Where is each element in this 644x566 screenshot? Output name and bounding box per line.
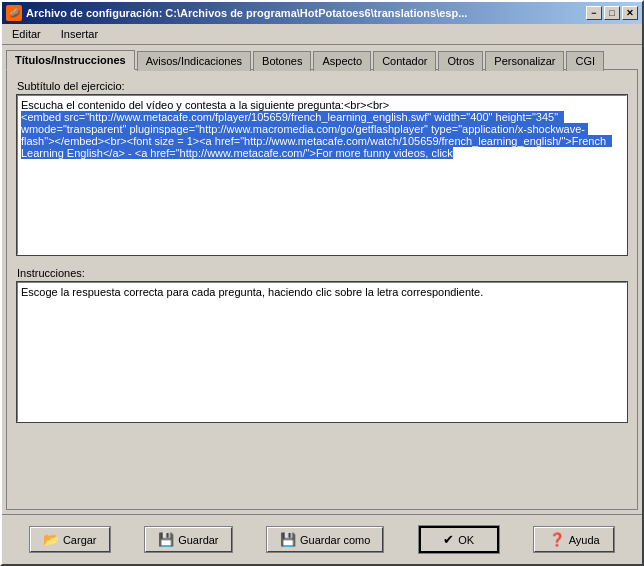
instructions-group: Instrucciones: xyxy=(17,267,627,424)
save-label: Guardar xyxy=(178,534,218,546)
save-button[interactable]: 💾 Guardar xyxy=(145,527,231,552)
save-as-label: Guardar como xyxy=(300,534,370,546)
close-button[interactable]: ✕ xyxy=(622,6,638,20)
menu-editar[interactable]: Editar xyxy=(6,26,47,42)
load-icon: 📂 xyxy=(43,532,59,547)
load-label: Cargar xyxy=(63,534,97,546)
subtitle-group: Subtítulo del ejercicio: xyxy=(17,80,627,257)
tab-aspecto[interactable]: Aspecto xyxy=(313,51,371,71)
instructions-textarea[interactable] xyxy=(17,282,627,422)
tab-otros[interactable]: Otros xyxy=(438,51,483,71)
menu-bar: Editar Insertar xyxy=(2,24,642,45)
tab-cgi[interactable]: CGI xyxy=(566,51,604,71)
tab-avisos-indicaciones[interactable]: Avisos/Indicaciones xyxy=(137,51,251,71)
help-icon: ❓ xyxy=(549,532,565,547)
tab-contador[interactable]: Contador xyxy=(373,51,436,71)
save-as-icon: 💾 xyxy=(280,532,296,547)
save-icon: 💾 xyxy=(158,532,174,547)
subtitle-label: Subtítulo del ejercicio: xyxy=(17,80,627,92)
tab-personalizar[interactable]: Personalizar xyxy=(485,51,564,71)
window-title: Archivo de configuración: C:\Archivos de… xyxy=(26,7,467,19)
main-window: 🥔 Archivo de configuración: C:\Archivos … xyxy=(0,0,644,566)
title-buttons: − □ ✕ xyxy=(586,6,638,20)
subtitle-textarea[interactable] xyxy=(17,95,627,255)
bottom-bar: 📂 Cargar 💾 Guardar 💾 Guardar como ✔ OK ❓… xyxy=(2,514,642,564)
help-button[interactable]: ❓ Ayuda xyxy=(534,527,614,552)
maximize-button[interactable]: □ xyxy=(604,6,620,20)
tab-bar: Títulos/Instrucciones Avisos/Indicacione… xyxy=(2,45,642,69)
subtitle-container xyxy=(17,95,627,257)
load-button[interactable]: 📂 Cargar xyxy=(30,527,110,552)
ok-label: OK xyxy=(458,534,474,546)
tab-botones[interactable]: Botones xyxy=(253,51,311,71)
ok-icon: ✔ xyxy=(443,532,454,547)
title-bar-left: 🥔 Archivo de configuración: C:\Archivos … xyxy=(6,5,467,21)
ok-button[interactable]: ✔ OK xyxy=(419,526,499,553)
instructions-container xyxy=(17,282,627,424)
title-bar: 🥔 Archivo de configuración: C:\Archivos … xyxy=(2,2,642,24)
app-icon: 🥔 xyxy=(6,5,22,21)
minimize-button[interactable]: − xyxy=(586,6,602,20)
save-as-button[interactable]: 💾 Guardar como xyxy=(267,527,383,552)
tab-titulos-instrucciones[interactable]: Títulos/Instrucciones xyxy=(6,50,135,70)
instructions-label: Instrucciones: xyxy=(17,267,627,279)
menu-insertar[interactable]: Insertar xyxy=(55,26,104,42)
help-label: Ayuda xyxy=(569,534,600,546)
content-area: Subtítulo del ejercicio: Instrucciones: xyxy=(6,69,638,510)
